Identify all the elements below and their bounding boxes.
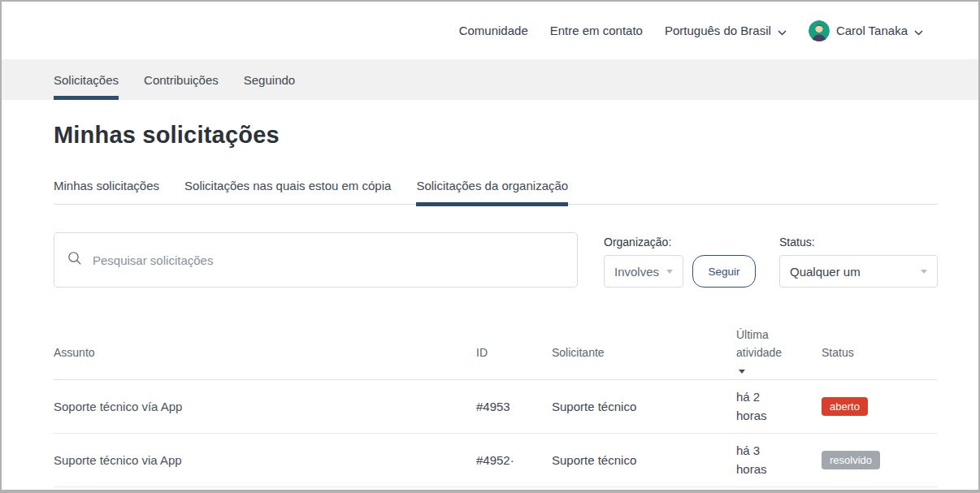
- search-box[interactable]: [54, 232, 578, 288]
- request-subject-link[interactable]: Suporte técnico via App: [54, 453, 476, 467]
- request-last-activity: há 2 horas: [736, 388, 822, 425]
- page-title: Minhas solicitações: [54, 122, 938, 149]
- tab-ccd-requests[interactable]: Solicitações nas quais estou em cópia: [184, 179, 391, 206]
- organization-filter-group: Organização: Involves Seguir: [604, 236, 756, 288]
- table-row: Suporte técnico via App #4952· Suporte t…: [54, 434, 938, 487]
- status-label: Status:: [779, 236, 938, 249]
- request-last-activity: há 3 horas: [736, 442, 822, 478]
- user-menu-label: Carol Tanaka: [836, 24, 908, 37]
- contact-link[interactable]: Entre em contato: [550, 24, 643, 37]
- language-menu-label: Português do Brasil: [665, 24, 771, 37]
- filters-row: Organização: Involves Seguir Status: Qua…: [54, 232, 938, 288]
- search-input[interactable]: [91, 253, 564, 268]
- sort-desc-icon: [739, 370, 745, 374]
- request-requester: Suporte técnico: [552, 400, 736, 413]
- subnav-strip: Solicitações Contribuições Seguindo: [2, 59, 978, 100]
- chevron-down-icon: [778, 24, 787, 38]
- help-center-window: Comunidade Entre em contato Português do…: [0, 0, 980, 493]
- requests-table: Assunto ID Solicitante Última atividade …: [54, 327, 938, 487]
- main-content: Minhas solicitações Minhas solicitações …: [2, 122, 978, 487]
- top-header: Comunidade Entre em contato Português do…: [2, 2, 978, 59]
- col-header-status: Status: [822, 344, 938, 362]
- language-menu[interactable]: Português do Brasil: [665, 23, 787, 38]
- user-menu[interactable]: Carol Tanaka: [809, 20, 923, 41]
- subnav-item-following[interactable]: Seguindo: [244, 59, 295, 100]
- community-link[interactable]: Comunidade: [459, 24, 528, 37]
- avatar: [809, 20, 830, 41]
- request-status-cell: aberto: [822, 397, 938, 416]
- select-caret-icon: [666, 270, 673, 274]
- table-header-row: Assunto ID Solicitante Última atividade …: [54, 327, 938, 380]
- organization-label: Organização:: [604, 236, 756, 249]
- request-id: #4953: [476, 400, 552, 413]
- tab-my-requests[interactable]: Minhas solicitações: [54, 179, 159, 206]
- request-id: #4952·: [476, 453, 552, 467]
- subnav-item-requests[interactable]: Solicitações: [54, 59, 119, 100]
- search-icon: [67, 251, 82, 269]
- tab-org-requests[interactable]: Solicitações da organização: [416, 179, 568, 206]
- col-header-last-activity[interactable]: Última atividade: [736, 327, 822, 379]
- col-header-requester: Solicitante: [552, 344, 736, 362]
- status-badge: resolvido: [822, 451, 880, 469]
- chevron-down-icon: [914, 24, 923, 38]
- col-header-id: ID: [476, 344, 552, 362]
- request-status-cell: resolvido: [822, 451, 938, 469]
- status-filter-group: Status: Qualquer um: [779, 236, 938, 288]
- request-subject-link[interactable]: Soporte técnico vía App: [54, 400, 476, 413]
- status-badge: aberto: [822, 397, 868, 416]
- organization-select[interactable]: Involves: [604, 255, 683, 288]
- subnav-item-contributions[interactable]: Contribuições: [144, 59, 219, 100]
- select-caret-icon: [921, 270, 927, 274]
- status-select-value: Qualquer um: [790, 265, 861, 279]
- follow-button[interactable]: Seguir: [692, 255, 756, 288]
- table-row: Soporte técnico vía App #4953 Suporte té…: [54, 380, 938, 434]
- organization-select-value: Involves: [614, 265, 659, 279]
- request-requester: Suporte técnico: [552, 453, 736, 467]
- request-tabs: Minhas solicitações Solicitações nas qua…: [54, 179, 938, 205]
- col-header-subject: Assunto: [54, 344, 476, 362]
- status-select[interactable]: Qualquer um: [779, 255, 938, 288]
